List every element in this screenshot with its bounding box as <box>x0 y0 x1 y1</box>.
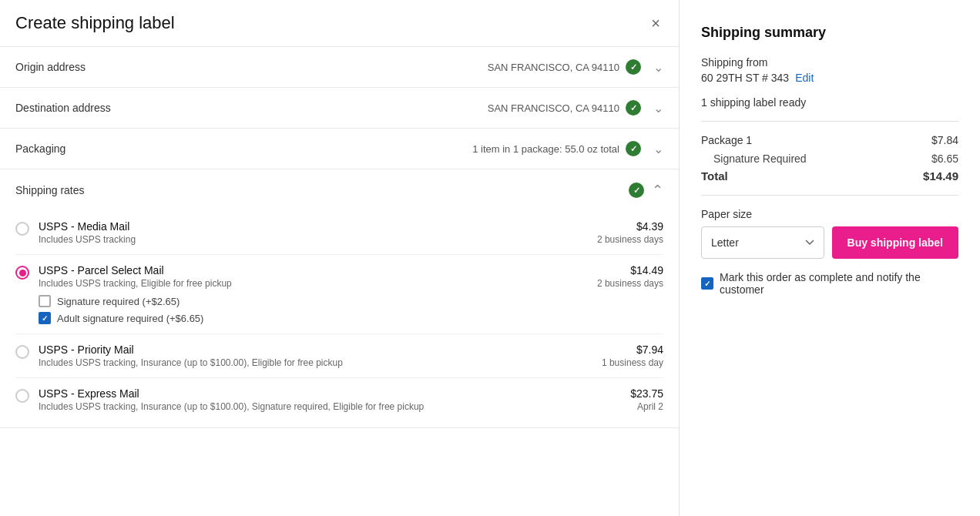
rate-item-express-mail: USPS - Express Mail Includes USPS tracki… <box>15 378 663 421</box>
rate-amount-media-mail: $4.39 <box>597 220 663 233</box>
close-button[interactable]: × <box>648 12 663 34</box>
summary-title: Shipping summary <box>701 25 958 41</box>
rate-name-priority-mail: USPS - Priority Mail <box>39 343 592 356</box>
rate-price-express-mail: $23.75 April 2 <box>630 387 663 412</box>
divider-2 <box>701 195 958 196</box>
origin-address-label: Origin address <box>15 61 154 73</box>
rate-radio-parcel-select[interactable] <box>15 266 29 280</box>
summary-package-line: Package 1 $7.84 <box>701 134 958 146</box>
modal-title: Create shipping label <box>15 13 175 33</box>
edit-address-link[interactable]: Edit <box>795 72 814 84</box>
signature-label: Signature required (+$2.65) <box>57 296 180 307</box>
rate-desc-express-mail: Includes USPS tracking, Insurance (up to… <box>39 401 621 412</box>
notify-checkbox[interactable] <box>701 277 713 290</box>
rate-item-parcel-select: USPS - Parcel Select Mail Includes USPS … <box>15 255 663 334</box>
total-price: $14.49 <box>923 169 958 183</box>
rate-price-parcel-select: $14.49 2 business days <box>597 264 663 289</box>
shipping-rates-header[interactable]: Shipping rates ⌃ <box>0 169 679 211</box>
rate-info-priority-mail: USPS - Priority Mail Includes USPS track… <box>39 343 592 368</box>
rate-amount-express-mail: $23.75 <box>630 387 663 400</box>
buy-shipping-label-button[interactable]: Buy shipping label <box>832 226 958 259</box>
package-price: $7.84 <box>931 134 958 146</box>
rate-desc-media-mail: Includes USPS tracking <box>39 234 588 245</box>
destination-address-text: SAN FRANCISCO, CA 94110 <box>488 102 619 114</box>
packaging-row[interactable]: Packaging 1 item in 1 package: 55.0 oz t… <box>0 129 679 169</box>
summary-total-line: Total $14.49 <box>701 169 958 183</box>
destination-address-label: Destination address <box>15 102 154 114</box>
origin-address-text: SAN FRANCISCO, CA 94110 <box>488 62 619 73</box>
packaging-label: Packaging <box>15 142 154 155</box>
packaging-chevron-icon: ⌄ <box>653 142 663 156</box>
rate-amount-parcel-select: $14.49 <box>597 264 663 276</box>
rate-price-priority-mail: $7.94 1 business day <box>602 343 663 368</box>
shipping-rates-controls: ⌃ <box>629 182 663 199</box>
rate-delivery-media-mail: 2 business days <box>597 234 663 245</box>
modal: Create shipping label × Origin address S… <box>0 0 980 516</box>
origin-chevron-icon: ⌄ <box>653 60 663 75</box>
origin-verified-icon <box>626 59 641 75</box>
rate-name-media-mail: USPS - Media Mail <box>39 220 588 233</box>
signature-checkbox[interactable] <box>39 295 51 307</box>
rate-name-parcel-select: USPS - Parcel Select Mail <box>39 264 588 276</box>
rate-price-media-mail: $4.39 2 business days <box>597 220 663 245</box>
rate-delivery-parcel-select: 2 business days <box>597 278 663 289</box>
notify-row: Mark this order as complete and notify t… <box>701 271 958 296</box>
summary-address-line: 60 29TH ST # 343 Edit <box>701 72 958 84</box>
shipping-rates-chevron-icon: ⌃ <box>652 182 663 199</box>
paper-size-row: Letter 4x6 Buy shipping label <box>701 226 958 259</box>
rate-desc-parcel-select: Includes USPS tracking, Eligible for fre… <box>39 278 588 289</box>
rate-info-parcel-select: USPS - Parcel Select Mail Includes USPS … <box>39 264 588 324</box>
divider-1 <box>701 121 958 122</box>
packaging-value: 1 item in 1 package: 55.0 oz total ⌄ <box>154 141 663 156</box>
origin-address-value: SAN FRANCISCO, CA 94110 ⌄ <box>154 59 663 75</box>
rate-option-adult-signature: Adult signature required (+$6.65) <box>39 312 588 324</box>
packaging-text: 1 item in 1 package: 55.0 oz total <box>472 143 619 155</box>
shipping-rates-verified-icon <box>629 183 644 198</box>
rate-radio-priority-mail[interactable] <box>15 345 29 359</box>
adult-signature-checkbox[interactable] <box>39 312 51 324</box>
summary-signature-line: Signature Required $6.65 <box>701 152 958 165</box>
rates-list: USPS - Media Mail Includes USPS tracking… <box>0 211 679 427</box>
rate-option-signature: Signature required (+$2.65) <box>39 295 588 307</box>
rate-amount-priority-mail: $7.94 <box>602 343 663 356</box>
total-label: Total <box>701 169 728 183</box>
paper-size-label: Paper size <box>701 208 958 220</box>
package-label: Package 1 <box>701 134 752 146</box>
origin-address-row[interactable]: Origin address SAN FRANCISCO, CA 94110 ⌄ <box>0 47 679 88</box>
summary-ready-text: 1 shipping label ready <box>701 96 958 109</box>
rate-delivery-priority-mail: 1 business day <box>602 357 663 368</box>
destination-address-row[interactable]: Destination address SAN FRANCISCO, CA 94… <box>0 88 679 129</box>
rate-info-express-mail: USPS - Express Mail Includes USPS tracki… <box>39 387 621 412</box>
rate-radio-express-mail[interactable] <box>15 389 29 403</box>
notify-label: Mark this order as complete and notify t… <box>720 271 958 296</box>
rate-delivery-express-mail: April 2 <box>630 401 663 412</box>
rate-info-media-mail: USPS - Media Mail Includes USPS tracking <box>39 220 588 245</box>
summary-address-text: 60 29TH ST # 343 <box>701 72 789 84</box>
rate-item-media-mail: USPS - Media Mail Includes USPS tracking… <box>15 211 663 255</box>
left-panel: Create shipping label × Origin address S… <box>0 0 680 516</box>
rate-item-priority-mail: USPS - Priority Mail Includes USPS track… <box>15 334 663 378</box>
modal-header: Create shipping label × <box>0 0 679 47</box>
shipping-rates-section: Shipping rates ⌃ USPS - Media Mail Inclu… <box>0 169 679 428</box>
adult-signature-label: Adult signature required (+$6.65) <box>57 313 203 324</box>
right-panel: Shipping summary Shipping from 60 29TH S… <box>680 0 980 516</box>
packaging-verified-icon <box>626 141 641 156</box>
rate-name-express-mail: USPS - Express Mail <box>39 387 621 400</box>
rate-radio-media-mail[interactable] <box>15 222 29 236</box>
shipping-from-section: Shipping from 60 29TH ST # 343 Edit <box>701 56 958 84</box>
signature-required-label: Signature Required <box>713 152 807 165</box>
destination-address-value: SAN FRANCISCO, CA 94110 ⌄ <box>154 100 663 116</box>
rate-options-parcel-select: Signature required (+$2.65) Adult signat… <box>39 295 588 324</box>
rate-desc-priority-mail: Includes USPS tracking, Insurance (up to… <box>39 357 592 368</box>
shipping-from-label: Shipping from <box>701 56 958 69</box>
destination-verified-icon <box>626 100 641 116</box>
paper-size-select[interactable]: Letter 4x6 <box>701 226 824 259</box>
signature-required-price: $6.65 <box>931 152 958 165</box>
destination-chevron-icon: ⌄ <box>653 101 663 116</box>
shipping-rates-label: Shipping rates <box>15 184 629 196</box>
